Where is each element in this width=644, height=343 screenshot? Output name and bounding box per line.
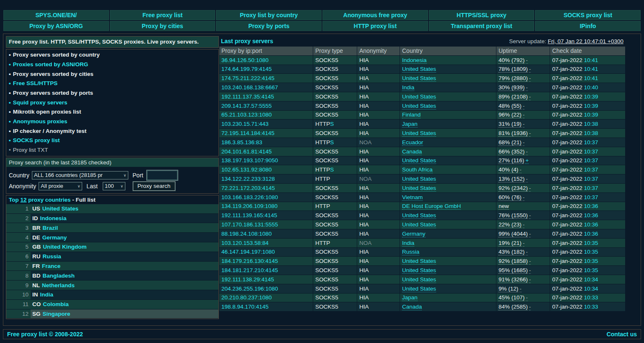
uptime-link[interactable]: 68% (21): [499, 139, 522, 146]
uptime-trend-link[interactable]: -: [523, 240, 525, 247]
uptime-trend-link[interactable]: -: [529, 276, 531, 283]
nav-item[interactable]: Anonymous free proxy: [322, 10, 428, 20]
nav-item[interactable]: SOCKS proxy list: [535, 10, 641, 20]
uptime-trend-link[interactable]: -: [529, 94, 531, 100]
uptime-link[interactable]: 99% (4044): [499, 231, 528, 237]
port-input[interactable]: [147, 170, 178, 180]
uptime-trend-link[interactable]: -: [523, 121, 525, 127]
sidebar-link[interactable]: •Anonymous proxies: [6, 117, 218, 127]
server-update-link[interactable]: Fri, 07 Jan 22 10:47:01 +0300: [548, 38, 623, 44]
uptime-link[interactable]: 31% (19): [499, 121, 522, 127]
country-link[interactable]: India: [402, 240, 414, 247]
nav-item[interactable]: Proxy by ASN/ORG: [3, 21, 109, 31]
uptime-trend-link[interactable]: -: [529, 258, 531, 265]
country-link[interactable]: Vietnam: [402, 194, 423, 201]
uptime-link[interactable]: 19% (21): [499, 240, 522, 247]
uptime-trend-link[interactable]: -: [523, 139, 525, 146]
country-link[interactable]: United States: [402, 212, 436, 219]
country-link[interactable]: Japan: [402, 294, 418, 301]
uptime-trend-link[interactable]: -: [519, 286, 522, 292]
uptime-link[interactable]: 81% (1936): [499, 130, 528, 137]
uptime-trend-link[interactable]: -: [529, 185, 531, 192]
uptime-trend-link[interactable]: -: [526, 294, 528, 301]
country-link[interactable]: United States: [402, 103, 436, 109]
uptime-link[interactable]: 79% (2880): [499, 75, 528, 82]
uptime-trend-link[interactable]: -: [526, 176, 528, 182]
uptime-link[interactable]: 30% (939): [499, 84, 525, 91]
uptime-trend-link[interactable]: -: [529, 130, 531, 137]
nav-item[interactable]: HTTPS/SSL proxy: [429, 10, 535, 20]
sidebar-link[interactable]: •Proxy list TXT: [6, 146, 218, 155]
uptime-trend-link[interactable]: -: [523, 112, 525, 118]
uptime-link[interactable]: 84% (2585): [499, 304, 528, 310]
uptime-link[interactable]: 13% (152): [499, 176, 525, 182]
uptime-trend-link[interactable]: -: [529, 212, 531, 219]
sidebar-link[interactable]: •Proxies sorted by ASN/ORG: [6, 60, 218, 70]
country-link[interactable]: South Africa: [402, 166, 433, 173]
country-link[interactable]: United States: [402, 130, 436, 137]
country-link[interactable]: United States: [402, 221, 436, 228]
country-link[interactable]: Canada: [402, 148, 422, 155]
nav-item[interactable]: Transparent proxy list: [429, 21, 535, 31]
uptime-trend-link[interactable]: -: [523, 221, 525, 228]
country-link[interactable]: United States: [402, 258, 436, 265]
uptime-link[interactable]: 96% (22): [499, 112, 522, 118]
country-link[interactable]: United States: [42, 205, 78, 212]
last-select[interactable]: 100∨: [103, 182, 125, 190]
uptime-trend-link[interactable]: -: [529, 267, 531, 274]
uptime-trend-link[interactable]: -: [526, 148, 528, 155]
uptime-link[interactable]: 22% (23): [499, 221, 522, 228]
country-link[interactable]: United States: [402, 176, 436, 182]
country-link[interactable]: Bangladesh: [43, 273, 75, 279]
country-link[interactable]: United States: [402, 66, 436, 73]
country-link[interactable]: United States: [402, 94, 436, 100]
sidebar-link[interactable]: •Proxy servers sorted by ports: [6, 88, 218, 98]
full-list-link[interactable]: - Full list: [72, 197, 96, 203]
country-link[interactable]: United States: [402, 75, 436, 82]
anonymity-select[interactable]: All proxie∨: [39, 182, 82, 190]
uptime-link[interactable]: 89% (2108): [499, 94, 528, 100]
country-link[interactable]: Russia: [43, 253, 61, 260]
country-link[interactable]: United Kingdom: [43, 244, 86, 250]
country-link[interactable]: United States: [402, 286, 436, 292]
country-link[interactable]: Indonesia: [402, 57, 427, 64]
uptime-trend-link[interactable]: -: [529, 304, 531, 310]
footer-copyright-link[interactable]: Free proxy list © 2008-2022: [7, 331, 83, 338]
country-select[interactable]: ALL 166 countries (28185 pr∨: [32, 171, 128, 179]
uptime-trend-link[interactable]: -: [523, 194, 525, 201]
uptime-link[interactable]: 78% (1809): [499, 66, 528, 73]
country-link[interactable]: Finland: [402, 112, 421, 118]
nav-item[interactable]: SPYS.ONE/EN/: [3, 10, 109, 20]
uptime-trend-link[interactable]: +: [525, 157, 529, 164]
country-link[interactable]: France: [42, 263, 60, 269]
country-link[interactable]: Japan: [402, 121, 418, 127]
country-link[interactable]: India: [40, 291, 54, 298]
uptime-trend-link[interactable]: -: [526, 57, 528, 64]
uptime-link[interactable]: 76% (1550): [499, 212, 528, 219]
country-link[interactable]: United States: [402, 267, 436, 274]
contact-us-link[interactable]: Contact us: [607, 331, 637, 338]
uptime-trend-link[interactable]: -: [529, 66, 531, 73]
proxy-search-button[interactable]: Proxy search: [133, 182, 175, 191]
country-link[interactable]: Indonesia: [40, 215, 67, 221]
nav-item[interactable]: Proxy by ports: [216, 21, 322, 31]
uptime-link[interactable]: 91% (3266): [499, 276, 528, 283]
country-link[interactable]: Singapore: [43, 311, 70, 317]
uptime-link[interactable]: new: [499, 203, 509, 210]
uptime-trend-link[interactable]: -: [526, 249, 528, 255]
country-link[interactable]: DE Host Europe GmbH: [402, 203, 461, 210]
uptime-link[interactable]: 45% (107): [499, 294, 525, 301]
top-countries-count-link[interactable]: 12: [21, 197, 27, 203]
nav-item[interactable]: Proxy list by country: [216, 10, 322, 20]
nav-item[interactable]: Proxy by cities: [110, 21, 216, 31]
uptime-link[interactable]: 9% (12): [499, 286, 518, 292]
uptime-link[interactable]: 60% (76): [499, 194, 522, 201]
uptime-link[interactable]: 40% (792): [499, 57, 525, 64]
country-link[interactable]: Ecuador: [402, 139, 423, 146]
country-link[interactable]: Canada: [402, 304, 422, 310]
uptime-link[interactable]: 40% (4): [499, 166, 518, 173]
sidebar-link[interactable]: •Proxy servers sorted by country: [6, 50, 218, 60]
uptime-trend-link[interactable]: -: [526, 84, 528, 91]
country-link[interactable]: United States: [402, 157, 436, 164]
sidebar-link[interactable]: •Free SSL/HTTPS: [6, 79, 218, 88]
